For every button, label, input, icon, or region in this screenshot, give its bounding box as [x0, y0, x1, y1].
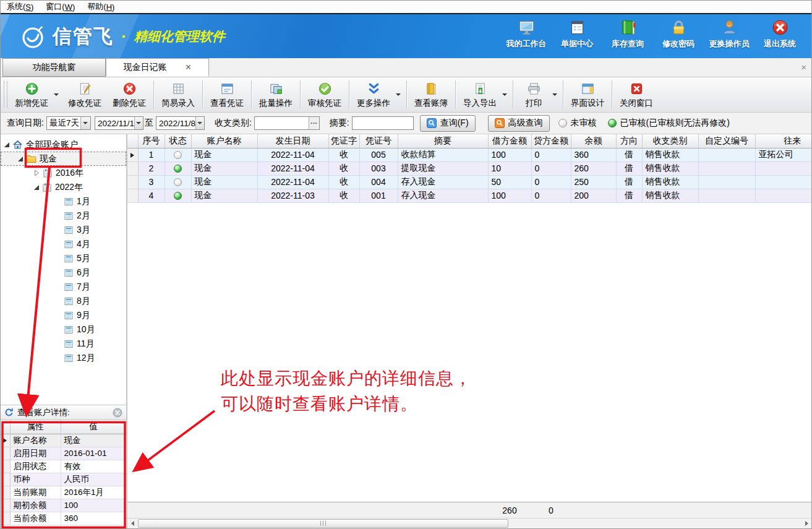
details-row[interactable]: 当前账期2016年1月 [1, 486, 126, 499]
toolbar-button[interactable]: 批量操作 [254, 79, 298, 111]
details-column-header[interactable]: 值 [61, 420, 126, 434]
toolbar-button[interactable]: 修改凭证 [62, 79, 107, 111]
advanced-search-button[interactable]: 高级查询 [488, 115, 550, 132]
row-selector-cell[interactable] [127, 161, 138, 175]
tree-node[interactable]: 2022年 [1, 180, 126, 194]
row-selector-cell[interactable] [1, 499, 10, 512]
column-header[interactable]: 账户名称 [191, 134, 257, 148]
date-range-select[interactable]: 最近7天 [46, 116, 91, 130]
tree-node[interactable]: 5月 [1, 251, 126, 265]
menu-item-W[interactable]: 窗口(W) [40, 1, 81, 13]
tab[interactable]: 功能导航窗 [2, 58, 106, 77]
dropdown-caret-icon[interactable] [552, 93, 557, 96]
date-from-picker[interactable]: 2022/11/1 [95, 116, 143, 130]
tree-node[interactable]: 全部现金账户 [1, 137, 126, 152]
menu-item-S[interactable]: 系统(S) [1, 1, 40, 13]
tree-node[interactable]: 4月 [1, 237, 126, 251]
tree-node[interactable]: 7月 [1, 280, 126, 294]
table-row[interactable]: 3现金2022-11-04收004存入现金500250借销售收款 [127, 175, 811, 189]
dropdown-caret-icon[interactable] [502, 93, 507, 96]
expander-expanded-icon[interactable] [18, 157, 23, 161]
column-header[interactable]: 借方金额 [488, 134, 531, 148]
chevron-down-icon[interactable] [134, 117, 143, 129]
summary-input[interactable] [352, 116, 414, 130]
tree-node[interactable]: 9月 [1, 308, 126, 322]
tree-node[interactable]: 2016年 [1, 166, 126, 180]
header-action[interactable]: 库存查询 [602, 19, 653, 49]
row-selector-cell[interactable] [1, 434, 10, 447]
header-action[interactable]: 我的工作台 [501, 19, 552, 49]
details-row[interactable]: 币种人民币 [1, 473, 126, 486]
tab[interactable]: 现金日记账× [106, 58, 209, 77]
expander-collapsed-icon[interactable] [34, 170, 40, 176]
column-header[interactable]: 余额 [571, 134, 616, 148]
toolbar-button[interactable]: 查看账簿 [409, 79, 453, 111]
column-header[interactable]: 摘要 [398, 134, 488, 148]
refresh-icon[interactable] [4, 408, 14, 417]
header-action[interactable]: 更换操作员 [704, 19, 754, 49]
expander-expanded-icon[interactable] [4, 142, 9, 147]
details-row[interactable]: 账户名称现金 [1, 434, 126, 447]
header-action[interactable]: 退出系统 [754, 19, 805, 49]
row-selector-cell[interactable] [1, 486, 10, 499]
toolbar-button[interactable]: 关闭窗口 [614, 79, 659, 111]
chevron-down-icon[interactable] [80, 117, 90, 129]
table-row[interactable]: 1现金2022-11-04收005收款结算1000360借销售收款亚拓公司 [127, 148, 811, 161]
tabbar-close-icon[interactable]: × [801, 62, 806, 72]
scroll-left-arrow[interactable] [127, 518, 137, 528]
toolbar-button[interactable]: 审核凭证 [302, 79, 347, 111]
ellipsis-button[interactable]: ··· [309, 117, 319, 129]
row-selector-cell[interactable] [1, 460, 10, 473]
menu-item-H[interactable]: 帮助(H) [81, 1, 121, 13]
horizontal-scrollbar[interactable] [127, 518, 811, 528]
tree-node[interactable]: 2月 [1, 209, 126, 223]
details-column-header[interactable]: 属性 [10, 420, 61, 434]
scroll-right-arrow[interactable] [801, 518, 811, 528]
column-header[interactable]: 凭证字 [328, 134, 359, 148]
table-row[interactable]: 4现金2022-11-03收001存入现金1000200借销售收款 [127, 189, 811, 202]
dropdown-caret-icon[interactable] [396, 93, 401, 96]
column-header[interactable]: 贷方金额 [531, 134, 571, 148]
column-header[interactable]: 往来 [755, 134, 811, 148]
details-row[interactable]: 期初余额100 [1, 499, 126, 512]
column-header[interactable]: 收支类别 [642, 134, 698, 148]
search-button[interactable]: 查询(F) [420, 115, 476, 132]
toolbar-button[interactable]: 界面设计 [565, 79, 610, 111]
toolbar-button[interactable]: 删除凭证 [107, 79, 152, 111]
category-input[interactable]: ··· [254, 116, 320, 130]
toolbar-button[interactable]: 新增凭证 [9, 79, 54, 111]
details-close-icon[interactable] [113, 408, 122, 418]
chevron-down-icon[interactable] [195, 117, 204, 129]
header-action[interactable]: 修改密码 [653, 19, 704, 49]
tree-node[interactable]: 1月 [1, 194, 126, 209]
column-header[interactable]: 自定义编号 [698, 134, 755, 148]
dropdown-caret-icon[interactable] [54, 93, 59, 96]
row-selector-cell[interactable] [1, 447, 10, 460]
column-header[interactable]: 方向 [616, 134, 642, 148]
toolbar-grip[interactable] [4, 82, 7, 108]
row-selector-cell[interactable] [1, 512, 10, 525]
column-header[interactable]: 发生日期 [257, 134, 328, 148]
row-selector-cell[interactable] [127, 189, 138, 202]
column-header[interactable]: 序号 [138, 134, 165, 148]
toolbar-button[interactable]: 简易录入 [156, 79, 200, 111]
toolbar-button[interactable]: 更多操作 [351, 79, 396, 111]
toolbar-button[interactable]: 查看凭证 [205, 79, 249, 111]
tree-node[interactable]: 6月 [1, 265, 126, 280]
header-action[interactable]: 单据中心 [552, 19, 602, 49]
row-selector-cell[interactable] [1, 473, 10, 486]
tree-node[interactable]: 10月 [1, 322, 126, 337]
tab-close-icon[interactable]: × [186, 62, 191, 72]
details-row[interactable]: 启用状态有效 [1, 460, 126, 473]
tree-node[interactable]: 11月 [1, 337, 126, 351]
expander-expanded-icon[interactable] [34, 185, 39, 190]
table-row[interactable]: 2现金2022-11-04收003提取现金100260借销售收款 [127, 161, 811, 175]
scrollbar-thumb[interactable] [138, 519, 508, 528]
column-header[interactable]: 凭证号 [359, 134, 398, 148]
toolbar-button[interactable]: 打印 [515, 79, 552, 111]
tree-node[interactable]: 8月 [1, 294, 126, 308]
row-selector-header[interactable] [127, 134, 138, 148]
details-row[interactable]: 当前余额360 [1, 512, 126, 525]
toolbar-button[interactable]: 导入导出 [458, 79, 502, 111]
column-header[interactable]: 状态 [165, 134, 191, 148]
